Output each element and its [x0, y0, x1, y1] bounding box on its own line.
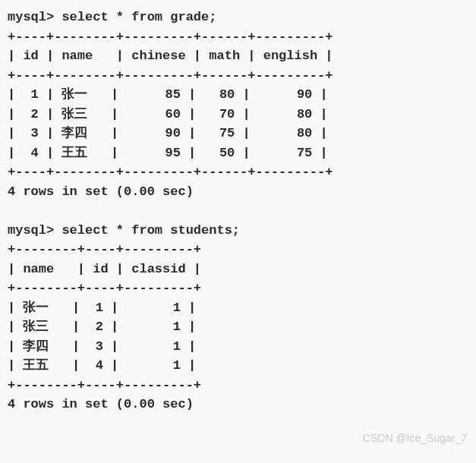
- grade-table-border: +----+--------+---------+------+--------…: [8, 68, 333, 83]
- result-footer: 4 rows in set (0.00 sec): [8, 184, 194, 199]
- grade-table-header: | id | name | chinese | math | english |: [8, 49, 333, 63]
- table-row: | 张一 | 1 | 1 |: [8, 301, 196, 315]
- terminal-output: mysql> select * from grade; +----+------…: [8, 8, 468, 414]
- query-students: select * from students;: [61, 223, 240, 238]
- col-classid: classid: [131, 262, 185, 276]
- col-english: english: [263, 49, 317, 63]
- students-table-border: +--------+----+---------+: [8, 281, 201, 295]
- prompt: mysql>: [8, 223, 54, 238]
- prompt: mysql>: [8, 10, 54, 24]
- students-table-header: | name | id | classid |: [8, 262, 201, 276]
- table-row: | 4 | 王五 | 95 | 50 | 75 |: [8, 146, 328, 160]
- query-grade: select * from grade;: [61, 10, 216, 24]
- table-row: | 张三 | 2 | 1 |: [8, 320, 196, 334]
- col-name: name: [23, 262, 54, 276]
- col-math: math: [209, 49, 240, 63]
- watermark: CSDN @Ice_Sugar_7: [363, 430, 467, 446]
- grade-table-border: +----+--------+---------+------+--------…: [8, 30, 333, 44]
- result-footer: 4 rows in set (0.00 sec): [8, 397, 194, 411]
- col-id: id: [23, 49, 38, 63]
- col-name: name: [61, 49, 93, 63]
- table-row: | 1 | 张一 | 85 | 80 | 90 |: [8, 87, 328, 102]
- table-row: | 李四 | 3 | 1 |: [8, 339, 196, 354]
- col-id: id: [93, 262, 108, 276]
- table-row: | 王五 | 4 | 1 |: [8, 358, 196, 373]
- students-table-border: +--------+----+---------+: [8, 378, 201, 392]
- col-chinese: chinese: [131, 49, 185, 63]
- table-row: | 3 | 李四 | 90 | 75 | 80 |: [8, 126, 328, 140]
- students-table-border: +--------+----+---------+: [8, 242, 201, 257]
- table-row: | 2 | 张三 | 60 | 70 | 80 |: [8, 107, 328, 121]
- grade-table-border: +----+--------+---------+------+--------…: [8, 165, 333, 179]
